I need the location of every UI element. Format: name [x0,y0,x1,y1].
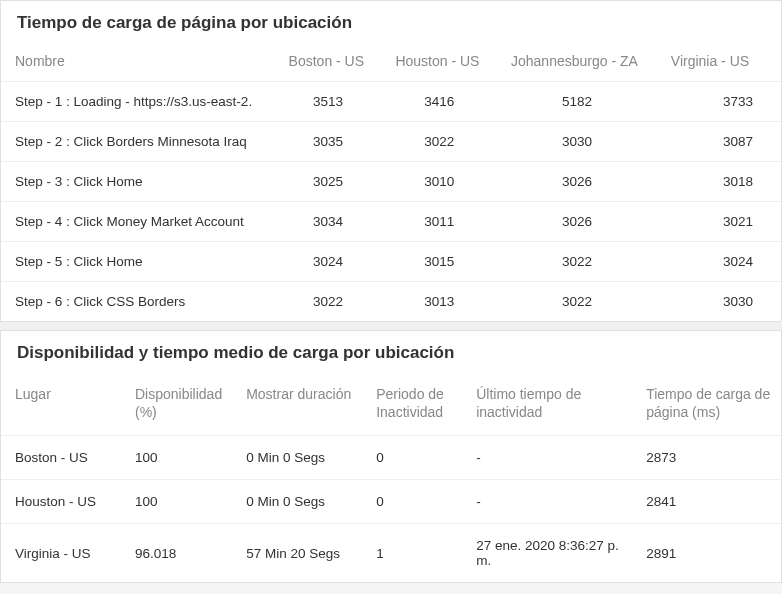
cell: 2891 [632,524,781,583]
cell: Virginia - US [1,524,121,583]
col-duracion: Mostrar duración [232,371,362,436]
cell: 57 Min 20 Segs [232,524,362,583]
step-name: Step - 5 : Click Home [1,242,275,282]
availability-panel: Disponibilidad y tiempo medio de carga p… [0,330,782,583]
metric-value[interactable]: 3021 [657,202,781,242]
table-row: Virginia - US96.01857 Min 20 Segs127 ene… [1,524,781,583]
cell: 1 [362,524,462,583]
cell: 2841 [632,480,781,524]
metric-value[interactable]: 3022 [275,282,382,322]
col-johannesburg: Johannesburgo - ZA [497,41,657,82]
table-row: Houston - US1000 Min 0 Segs0-2841 [1,480,781,524]
col-nombre: Nombre [1,41,275,82]
step-name: Step - 6 : Click CSS Borders [1,282,275,322]
cell: - [462,436,632,480]
metric-value[interactable]: 3022 [381,122,497,162]
metric-value[interactable]: 3018 [657,162,781,202]
metric-value[interactable]: 3035 [275,122,382,162]
table-row: Step - 4 : Click Money Market Account303… [1,202,781,242]
load-time-title: Tiempo de carga de página por ubicación [1,1,781,41]
metric-value[interactable]: 3022 [497,242,657,282]
metric-value[interactable]: 3025 [275,162,382,202]
metric-value[interactable]: 3015 [381,242,497,282]
panel-gap [0,322,782,330]
cell: Houston - US [1,480,121,524]
load-time-panel: Tiempo de carga de página por ubicación … [0,0,782,322]
step-name: Step - 3 : Click Home [1,162,275,202]
metric-value[interactable]: 3034 [275,202,382,242]
metric-value[interactable]: 3030 [657,282,781,322]
cell: 0 [362,436,462,480]
cell: 0 [362,480,462,524]
table-row: Step - 3 : Click Home3025301030263018 [1,162,781,202]
metric-value[interactable]: 3513 [275,82,382,122]
metric-value[interactable]: 3010 [381,162,497,202]
cell: 100 [121,480,232,524]
cell: 0 Min 0 Segs [232,480,362,524]
metric-value[interactable]: 3024 [657,242,781,282]
table-header-row: Nombre Boston - US Houston - US Johannes… [1,41,781,82]
col-tiempo-carga: Tiempo de carga de página (ms) [632,371,781,436]
table-row: Step - 5 : Click Home3024301530223024 [1,242,781,282]
metric-value[interactable]: 3416 [381,82,497,122]
metric-value[interactable]: 3013 [381,282,497,322]
cell: 2873 [632,436,781,480]
availability-title: Disponibilidad y tiempo medio de carga p… [1,331,781,371]
step-name: Step - 4 : Click Money Market Account [1,202,275,242]
col-virginia: Virginia - US [657,41,781,82]
table-header-row: Lugar Disponibilidad (%) Mostrar duració… [1,371,781,436]
col-inactividad: Periodo de Inactividad [362,371,462,436]
cell: 27 ene. 2020 8:36:27 p. m. [462,524,632,583]
col-boston: Boston - US [275,41,382,82]
table-row: Boston - US1000 Min 0 Segs0-2873 [1,436,781,480]
col-houston: Houston - US [381,41,497,82]
metric-value[interactable]: 3026 [497,202,657,242]
metric-value[interactable]: 5182 [497,82,657,122]
cell: 96.018 [121,524,232,583]
metric-value[interactable]: 3024 [275,242,382,282]
cell: Boston - US [1,436,121,480]
metric-value[interactable]: 3011 [381,202,497,242]
step-name: Step - 2 : Click Borders Minnesota Iraq [1,122,275,162]
metric-value[interactable]: 3733 [657,82,781,122]
availability-table: Lugar Disponibilidad (%) Mostrar duració… [1,371,781,582]
metric-value[interactable]: 3030 [497,122,657,162]
table-row: Step - 1 : Loading - https://s3.us-east-… [1,82,781,122]
table-row: Step - 2 : Click Borders Minnesota Iraq3… [1,122,781,162]
cell: 100 [121,436,232,480]
metric-value[interactable]: 3022 [497,282,657,322]
table-row: Step - 6 : Click CSS Borders302230133022… [1,282,781,322]
metric-value[interactable]: 3087 [657,122,781,162]
col-ultimo-inactividad: Último tiempo de inactividad [462,371,632,436]
col-lugar: Lugar [1,371,121,436]
cell: 0 Min 0 Segs [232,436,362,480]
cell: - [462,480,632,524]
col-disponibilidad: Disponibilidad (%) [121,371,232,436]
metric-value[interactable]: 3026 [497,162,657,202]
load-time-table: Nombre Boston - US Houston - US Johannes… [1,41,781,321]
step-name: Step - 1 : Loading - https://s3.us-east-… [1,82,275,122]
